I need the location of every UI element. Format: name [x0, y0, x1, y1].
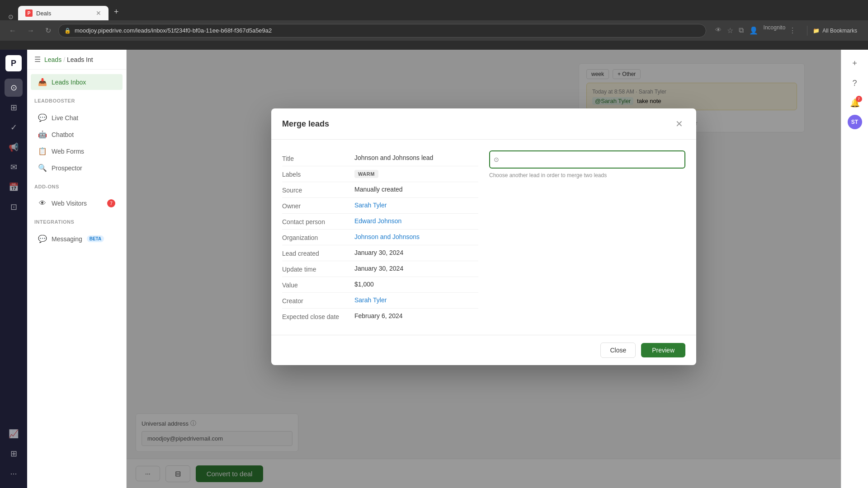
tab-label: Deals — [36, 10, 51, 17]
update-time-label: Update time — [282, 265, 354, 273]
sidebar-icon-email[interactable]: ✉ — [5, 158, 23, 176]
tab-close-btn[interactable]: ✕ — [96, 9, 101, 17]
eye-slash-icon[interactable]: 👁 — [713, 24, 723, 37]
nav-item-label: Leads Inbox — [52, 79, 86, 86]
sidebar-icon-box[interactable]: ⊡ — [5, 198, 23, 216]
info-row-value: Value $1,000 — [282, 277, 478, 293]
breadcrumb-current: Leads Int — [67, 56, 93, 63]
nav-label-web-forms: Web Forms — [52, 148, 84, 155]
creator-label: Creator — [282, 296, 354, 305]
owner-value[interactable]: Sarah Tyler — [354, 202, 478, 209]
back-btn[interactable]: ← — [5, 25, 20, 37]
web-forms-icon: 📋 — [38, 147, 47, 155]
search-input-wrapper: ⊙ — [489, 150, 685, 169]
sidebar-icon-activities[interactable]: ✓ — [5, 118, 23, 136]
live-chat-icon: 💬 — [38, 113, 47, 122]
bookmarks-bar: 📁 All Bookmarks — [807, 26, 863, 36]
lock-icon: 🔒 — [64, 28, 71, 34]
right-icon-question[interactable]: ? — [847, 75, 863, 91]
right-icon-add[interactable]: + — [847, 55, 863, 71]
sidebar-icon-more[interactable]: ··· — [5, 465, 23, 483]
org-value[interactable]: Johnson and Johnsons — [354, 233, 478, 240]
chatbot-icon: 🤖 — [38, 130, 47, 139]
section-label-addons: ADD-ONS — [27, 180, 126, 191]
value-value: $1,000 — [354, 281, 478, 288]
prospector-icon: 🔍 — [38, 164, 47, 172]
browser-nav-icons: 👁 ☆ ⧉ 👤 Incognito ⋮ — [713, 24, 798, 37]
close-button[interactable]: Close — [600, 343, 636, 358]
contact-label: Contact person — [282, 217, 354, 225]
browser-tabs: ⊙ P Deals ✕ + — [0, 0, 868, 20]
notification-badge: 7 — [107, 199, 115, 207]
breadcrumb-separator: / — [63, 56, 65, 63]
right-panel: + ? 🔔 7 ST — [841, 50, 868, 488]
star-icon[interactable]: ☆ — [725, 24, 735, 37]
incognito-label: Incognito — [764, 24, 786, 37]
nav-item-prospector[interactable]: 🔍 Prospector — [31, 160, 123, 176]
sidebar-icon-dashboard[interactable]: ⊞ — [5, 99, 23, 117]
modal-header: Merge leads ✕ — [271, 108, 696, 140]
section-label-integrations: INTEGRATIONS — [27, 216, 126, 226]
search-section: ⊙ Choose another lead in order to merge … — [489, 150, 685, 324]
sidebar-icon-leads[interactable]: ⊙ — [5, 79, 23, 97]
nav-label-messaging: Messaging — [52, 235, 82, 243]
info-row-creator: Creator Sarah Tyler — [282, 293, 478, 309]
nav-main: 📥 Leads Inbox — [27, 70, 126, 94]
info-row-title: Title Johnson and Johnsons lead — [282, 150, 478, 166]
section-label-leadbooster: LEADBOOSTER — [27, 94, 126, 105]
browser-chrome: ⊙ P Deals ✕ + ← → ↻ 🔒 moodjoy.pipedrive.… — [0, 0, 868, 50]
sidebar-header: ☰ Leads / Leads Int — [27, 50, 126, 70]
breadcrumb-parent[interactable]: Leads — [44, 56, 61, 63]
info-row-owner: Owner Sarah Tyler — [282, 198, 478, 214]
inbox-icon: 📥 — [38, 78, 47, 86]
sidebar-icon-grid[interactable]: ⊞ — [5, 445, 23, 463]
user-avatar[interactable]: ST — [848, 115, 862, 129]
right-icon-bell[interactable]: 🔔 7 — [847, 95, 863, 111]
preview-button[interactable]: Preview — [641, 343, 685, 357]
nav-item-messaging[interactable]: 💬 Messaging BETA — [31, 231, 123, 247]
menu-icon[interactable]: ☰ — [34, 55, 41, 64]
nav-item-live-chat[interactable]: 💬 Live Chat — [31, 110, 123, 126]
source-value: Manually created — [354, 186, 478, 193]
sidebar-icon-megaphone[interactable]: 📢 — [5, 138, 23, 156]
new-tab-btn[interactable]: + — [108, 4, 124, 20]
nav-integrations: 💬 Messaging BETA — [27, 226, 126, 251]
app-container: P ⊙ ⊞ ✓ 📢 ✉ 📅 ⊡ 📈 ⊞ ··· ☰ Leads / Leads … — [0, 50, 868, 488]
nav-item-chatbot[interactable]: 🤖 Chatbot — [31, 127, 123, 142]
modal-title: Merge leads — [282, 119, 329, 129]
nav-label-live-chat: Live Chat — [52, 114, 78, 122]
info-row-org: Organization Johnson and Johnsons — [282, 230, 478, 245]
nav-item-web-visitors[interactable]: 👁 Web Visitors 7 — [31, 196, 123, 211]
address-bar[interactable]: 🔒 moodjoy.pipedrive.com/leads/inbox/51f2… — [58, 24, 706, 38]
tab-group-btn[interactable]: ⊙ — [4, 13, 18, 20]
labels-label: Labels — [282, 170, 354, 178]
extensions-icon[interactable]: ⧉ — [737, 24, 745, 37]
browser-nav: ← → ↻ 🔒 moodjoy.pipedrive.com/leads/inbo… — [0, 20, 868, 41]
search-hint: Choose another lead in order to merge tw… — [489, 172, 685, 178]
value-label: Value — [282, 281, 354, 289]
merge-leads-modal: Merge leads ✕ Title Johnson and Johnsons… — [271, 108, 696, 365]
sidebar-icon-calendar[interactable]: 📅 — [5, 178, 23, 196]
lead-search-input[interactable] — [489, 150, 685, 169]
info-row-labels: Labels WARM — [282, 166, 478, 182]
tab-favicon: P — [25, 9, 33, 17]
info-row-lead-created: Lead created January 30, 2024 — [282, 245, 478, 261]
search-inside-icon: ⊙ — [494, 156, 499, 163]
info-row-close-date: Expected close date February 6, 2024 — [282, 309, 478, 324]
profile-icon[interactable]: 👤 — [747, 24, 760, 37]
title-value: Johnson and Johnsons lead — [354, 154, 478, 161]
nav-item-leads-inbox[interactable]: 📥 Leads Inbox — [31, 74, 123, 90]
active-tab[interactable]: P Deals ✕ — [18, 6, 108, 20]
creator-value[interactable]: Sarah Tyler — [354, 296, 478, 304]
more-icon[interactable]: ⋮ — [787, 24, 798, 37]
sidebar-icon-chart[interactable]: 📈 — [5, 425, 23, 443]
modal-close-btn[interactable]: ✕ — [673, 117, 685, 130]
forward-btn[interactable]: → — [24, 25, 38, 37]
nav-item-web-forms[interactable]: 📋 Web Forms — [31, 143, 123, 159]
app-logo[interactable]: P — [5, 55, 22, 71]
nav-label-web-visitors: Web Visitors — [52, 200, 87, 207]
address-text: moodjoy.pipedrive.com/leads/inbox/51f234… — [75, 27, 272, 34]
title-label: Title — [282, 154, 354, 162]
contact-value[interactable]: Edward Johnson — [354, 217, 478, 225]
refresh-btn[interactable]: ↻ — [42, 24, 55, 37]
